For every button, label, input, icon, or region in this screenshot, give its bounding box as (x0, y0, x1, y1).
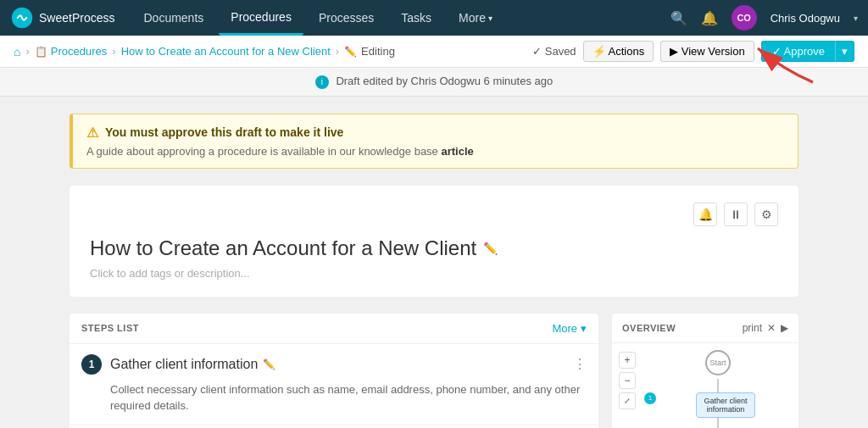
steps-header: STEPS LIST More ▾ (70, 314, 598, 344)
pencil-icon: ✏️ (344, 46, 357, 58)
editing-badge: ✏️ Editing (344, 45, 395, 58)
user-name[interactable]: Chris Odogwu (771, 12, 840, 25)
flow-connector-line-2 (717, 418, 719, 428)
view-version-button[interactable]: ▶ View Version (660, 41, 754, 62)
title-area: 🔔 ⏸ ⚙ How to Create an Account for a New… (70, 186, 798, 297)
close-overview-icon[interactable]: ✕ (767, 322, 776, 334)
pause-toolbar-button[interactable]: ⏸ (724, 203, 748, 226)
bell-toolbar-button[interactable]: 🔔 (693, 203, 717, 226)
overview-actions: print ✕ ▶ (743, 322, 788, 334)
steps-list: STEPS LIST More ▾ 1 Gather client inform… (70, 314, 598, 428)
warning-triangle-icon: ⚠ (86, 125, 98, 141)
step-number: 1 (81, 354, 102, 375)
nav-items: Documents Procedures Processes Tasks Mor… (131, 0, 670, 36)
user-chevron-icon[interactable]: ▾ (854, 14, 858, 23)
settings-toolbar-button[interactable]: ⚙ (754, 203, 778, 226)
page-breadcrumb-link[interactable]: How to Create an Account for a New Clien… (121, 45, 331, 58)
step-title: Gather client information ✏️ (110, 357, 565, 372)
nav-right: 🔍 🔔 CO Chris Odogwu ▾ (670, 5, 858, 31)
start-circle: Start (705, 350, 731, 375)
approve-button[interactable]: ✓ Approve (761, 41, 835, 62)
expand-overview-icon[interactable]: ▶ (781, 322, 788, 334)
tags-description-field[interactable]: Click to add tags or description... (90, 267, 778, 280)
flow-step-1-box: Gather client information (696, 392, 755, 418)
step-header: 1 Gather client information ✏️ ⋮ (81, 354, 587, 375)
bottom-area: STEPS LIST More ▾ 1 Gather client inform… (70, 314, 798, 428)
actions-button[interactable]: ⚡ Actions (583, 41, 654, 62)
flow-diagram: Start 1 Gather client information 2 ... (644, 350, 792, 428)
print-button[interactable]: print (743, 322, 762, 334)
nav-processes[interactable]: Processes (307, 0, 386, 36)
flow-connector-line (717, 379, 719, 392)
flow-step-1-container: 1 Gather client information (644, 392, 792, 418)
approve-dropdown-button[interactable]: ▾ (835, 41, 854, 62)
zoom-out-button[interactable]: − (619, 372, 636, 389)
overview-controls: + − ⤢ (619, 352, 636, 409)
avatar: CO (732, 5, 757, 31)
home-icon: ⌂ (14, 45, 20, 58)
logo-text: SweetProcess (39, 11, 114, 25)
step-description: Collect necessary client information suc… (81, 381, 587, 414)
title-edit-icon[interactable]: ✏️ (483, 242, 498, 255)
bell-icon[interactable]: 🔔 (701, 10, 718, 26)
flow-start-node: Start (644, 350, 792, 375)
overview-header: OVERVIEW print ✕ ▶ (612, 314, 798, 343)
search-icon[interactable]: 🔍 (670, 10, 687, 26)
zoom-in-button[interactable]: + (619, 352, 636, 369)
overview-body: + − ⤢ Start 1 Gather client information (612, 343, 798, 428)
breadcrumb: ⌂ › 📋 Procedures › How to Create an Acco… (14, 45, 395, 58)
sweetprocess-logo (10, 6, 34, 30)
breadcrumb-bar: ⌂ › 📋 Procedures › How to Create an Acco… (0, 36, 868, 68)
nav-more[interactable]: More ▾ (447, 0, 504, 36)
draft-info-text: Draft edited by Chris Odogwu 6 minutes a… (336, 75, 553, 87)
steps-more-button[interactable]: More ▾ (552, 322, 587, 335)
step-menu-icon[interactable]: ⋮ (573, 356, 587, 372)
table-row: 1 Gather client information ✏️ ⋮ Collect… (70, 344, 598, 425)
main-content: ⚠ You must approve this draft to make it… (0, 97, 868, 428)
page-title: How to Create an Account for a New Clien… (90, 236, 778, 260)
logo-area[interactable]: SweetProcess (10, 6, 114, 30)
steps-more-chevron-icon: ▾ (581, 322, 587, 335)
saved-status: ✓ Saved (532, 45, 576, 58)
nav-procedures[interactable]: Procedures (219, 0, 303, 36)
breadcrumb-right: ✓ Saved ⚡ Actions ▶ View Version ✓ Appro… (532, 41, 854, 62)
title-toolbar: 🔔 ⏸ ⚙ (90, 203, 778, 226)
info-icon: i (315, 75, 329, 89)
approve-group: ✓ Approve ▾ (761, 41, 854, 62)
knowledge-base-article-link[interactable]: article (441, 145, 473, 158)
draft-info-bar: i Draft edited by Chris Odogwu 6 minutes… (0, 68, 868, 97)
top-nav: SweetProcess Documents Procedures Proces… (0, 0, 868, 36)
steps-list-title: STEPS LIST (81, 323, 139, 333)
warning-box: ⚠ You must approve this draft to make it… (70, 114, 798, 169)
nav-tasks[interactable]: Tasks (389, 0, 443, 36)
overview-panel: OVERVIEW print ✕ ▶ + − ⤢ Sta (612, 314, 798, 428)
flow-step-1-number: 1 (644, 392, 656, 404)
home-link[interactable]: ⌂ (14, 45, 20, 58)
nav-documents[interactable]: Documents (131, 0, 215, 36)
fit-view-button[interactable]: ⤢ (619, 392, 636, 409)
overview-title: OVERVIEW (622, 323, 676, 333)
warning-description: A guide about approving a procedure is a… (86, 145, 784, 158)
chevron-down-icon: ▾ (488, 14, 492, 23)
procedures-breadcrumb-link[interactable]: 📋 Procedures (35, 45, 107, 58)
warning-title: ⚠ You must approve this draft to make it… (86, 125, 784, 141)
step-title-edit-icon[interactable]: ✏️ (263, 359, 275, 370)
procedures-folder-icon: 📋 (35, 46, 47, 58)
